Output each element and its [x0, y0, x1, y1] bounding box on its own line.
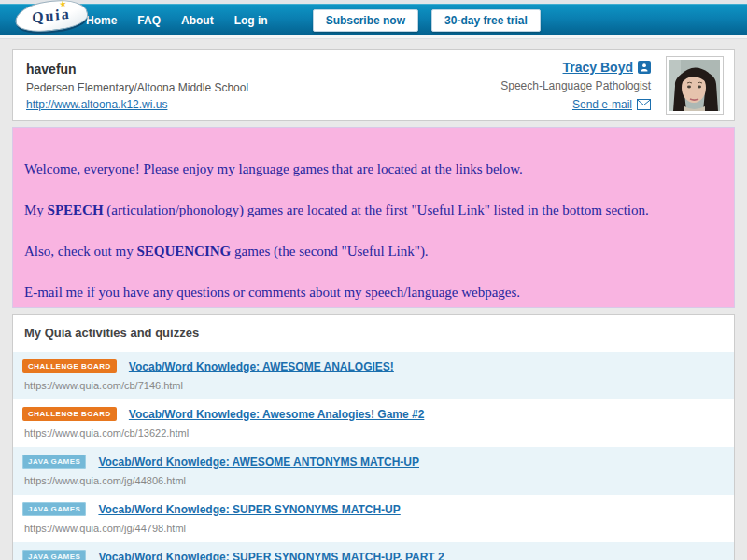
profile-card: havefun Pedersen Elementary/Altoona Midd… — [12, 49, 735, 121]
profile-right: Tracy Boyd Speech-Language Pathologist S… — [500, 60, 651, 111]
activity-url: https://www.quia.com/cb/13622.html — [22, 427, 725, 439]
nav-home[interactable]: Home — [86, 14, 117, 27]
java-games-badge: JAVA GAMES — [22, 455, 86, 469]
activity-row: CHALLENGE BOARD Vocab/Word Knowledge: AW… — [13, 352, 734, 399]
envelope-icon — [637, 99, 651, 110]
activity-title-link[interactable]: Vocab/Word Knowledge: Awesome Analogies!… — [129, 408, 425, 421]
welcome-paragraph-3: Also, check out my SEQUENCING games (the… — [24, 244, 723, 259]
activity-title-link[interactable]: Vocab/Word Knowledge: AWESOME ANTONYMS M… — [98, 455, 419, 469]
subscribe-now-button[interactable]: Subscribe now — [313, 9, 418, 32]
profile-school: Pedersen Elementary/Altoona Middle Schoo… — [26, 81, 500, 94]
free-trial-button[interactable]: 30-day free trial — [431, 9, 541, 32]
activity-row: JAVA GAMES Vocab/Word Knowledge: SUPER S… — [13, 495, 734, 542]
activity-row: JAVA GAMES Vocab/Word Knowledge: SUPER S… — [13, 542, 734, 560]
header-divider — [0, 35, 747, 39]
quia-logo[interactable]: Quia ★ — [13, 0, 89, 35]
star-icon: ★ — [59, 0, 67, 9]
welcome-paragraph-1: Welcome, everyone! Please enjoy my langu… — [24, 161, 723, 177]
welcome-paragraph-4: E-mail me if you have any questions or c… — [24, 285, 723, 301]
java-games-badge: JAVA GAMES — [22, 502, 86, 516]
challenge-board-badge: CHALLENGE BOARD — [22, 407, 117, 421]
java-games-badge: JAVA GAMES — [22, 550, 86, 560]
welcome-paragraph-2: My SPEECH (articulation/phonology) games… — [24, 203, 723, 218]
profile-username: havefun — [26, 62, 500, 77]
activity-title-link[interactable]: Vocab/Word Knowledge: AWESOME ANALOGIES! — [129, 360, 394, 373]
profile-website-link[interactable]: http://www.altoona.k12.wi.us — [26, 98, 167, 111]
welcome-panel: Welcome, everyone! Please enjoy my langu… — [12, 127, 735, 308]
activity-row: JAVA GAMES Vocab/Word Knowledge: AWESOME… — [13, 447, 734, 495]
activity-url: https://www.quia.com/jg/44798.html — [22, 523, 725, 534]
nav-faq[interactable]: FAQ — [137, 14, 161, 27]
main-nav: Home FAQ About Log in — [86, 14, 268, 27]
nav-about[interactable]: About — [181, 14, 214, 27]
profile-left: havefun Pedersen Elementary/Altoona Midd… — [26, 60, 500, 111]
site-header: Quia ★ Home FAQ About Log in Subscribe n… — [0, 4, 747, 35]
activity-url: https://www.quia.com/cb/7146.html — [22, 380, 725, 391]
activities-card: My Quia activities and quizzes CHALLENGE… — [12, 314, 735, 560]
challenge-board-badge: CHALLENGE BOARD — [22, 359, 117, 373]
profile-name-link[interactable]: Tracy Boyd — [563, 60, 633, 75]
profile-photo — [666, 56, 724, 115]
activities-heading: My Quia activities and quizzes — [13, 326, 734, 352]
activity-url: https://www.quia.com/jg/44806.html — [22, 475, 725, 486]
activity-row: CHALLENGE BOARD Vocab/Word Knowledge: Aw… — [13, 399, 734, 447]
nav-log-in[interactable]: Log in — [234, 14, 268, 27]
profile-role: Speech-Language Pathologist — [500, 79, 651, 92]
send-email-link[interactable]: Send e-mail — [572, 98, 632, 111]
activity-title-link[interactable]: Vocab/Word Knowledge: SUPER SYNONYMS MAT… — [98, 503, 400, 516]
person-icon — [638, 61, 651, 74]
activity-title-link[interactable]: Vocab/Word Knowledge: SUPER SYNONYMS MAT… — [98, 551, 444, 560]
